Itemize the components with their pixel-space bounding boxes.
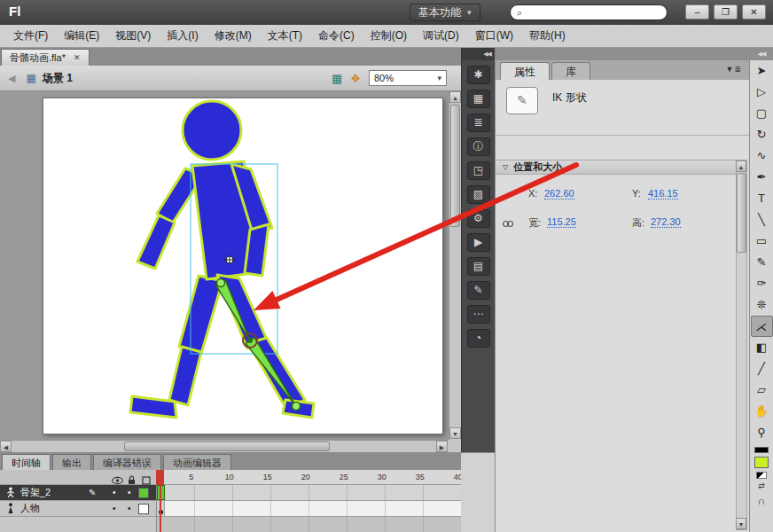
minimize-button[interactable]: – bbox=[685, 4, 709, 20]
layer-outline-color-swatch[interactable] bbox=[138, 504, 149, 514]
tab-library[interactable]: 库 bbox=[551, 62, 590, 80]
pencil-tool[interactable]: ✎ bbox=[751, 252, 773, 273]
height-value[interactable]: 272.30 bbox=[651, 216, 681, 228]
color-panel-icon[interactable]: ✱ bbox=[467, 66, 490, 84]
menu-item-10[interactable]: 窗口(W) bbox=[467, 25, 521, 47]
line-tool[interactable]: ╲ bbox=[751, 209, 773, 231]
menu-item-2[interactable]: 编辑(E) bbox=[56, 25, 107, 47]
close-button[interactable]: ✕ bbox=[742, 4, 766, 20]
stage-pasteboard[interactable] bbox=[0, 91, 449, 440]
library-dock-icon[interactable]: ◔ bbox=[467, 329, 490, 348]
layer-row-2[interactable]: 人物•• bbox=[0, 501, 156, 517]
x-value[interactable]: 262.60 bbox=[544, 188, 574, 200]
scroll-down-icon[interactable]: ▼ bbox=[449, 427, 461, 439]
menu-item-5[interactable]: 修改(M) bbox=[207, 25, 260, 47]
layer-lock-dot[interactable]: • bbox=[128, 504, 131, 513]
layer-visibility-dot[interactable]: • bbox=[113, 488, 116, 497]
frames-area[interactable] bbox=[156, 485, 461, 532]
transform-panel-icon[interactable]: ◳ bbox=[467, 161, 490, 180]
frame-ruler[interactable]: 510152025303540 bbox=[156, 470, 461, 485]
walking-figure[interactable] bbox=[130, 101, 314, 418]
deco-tool[interactable]: ❊ bbox=[751, 294, 773, 316]
stage-horizontal-scrollbar[interactable]: ◀ ▶ bbox=[0, 440, 449, 452]
brush-tool[interactable]: ✑ bbox=[751, 273, 773, 294]
menu-item-8[interactable]: 控制(O) bbox=[363, 25, 415, 47]
search-box[interactable]: ⌕ bbox=[510, 4, 668, 20]
search-input[interactable] bbox=[527, 6, 660, 19]
info-panel-icon[interactable]: ⓘ bbox=[467, 137, 490, 156]
eraser-tool[interactable]: ▱ bbox=[751, 379, 773, 401]
maximize-button[interactable]: ❐ bbox=[714, 4, 738, 20]
layer-lock-dot[interactable]: • bbox=[128, 488, 131, 497]
lasso-tool[interactable]: ∿ bbox=[751, 145, 773, 167]
align-panel-icon[interactable]: ≣ bbox=[467, 113, 490, 132]
tools-collapse-button[interactable]: ◀◀ bbox=[750, 48, 773, 60]
text-tool[interactable]: T bbox=[751, 188, 773, 209]
close-tab-icon[interactable]: ✕ bbox=[74, 53, 81, 62]
menu-item-1[interactable]: 文件(F) bbox=[5, 25, 56, 47]
paint-bucket-tool[interactable]: ◧ bbox=[751, 337, 773, 358]
menu-item-7[interactable]: 命令(C) bbox=[310, 25, 363, 47]
frame-strip-2[interactable] bbox=[157, 501, 461, 517]
panel-drag-header[interactable] bbox=[496, 48, 749, 60]
subselection-tool[interactable]: ▷ bbox=[751, 82, 773, 103]
tab-properties[interactable]: 属性 bbox=[500, 62, 550, 80]
width-value[interactable]: 115.25 bbox=[547, 216, 576, 228]
scroll-right-icon[interactable]: ▶ bbox=[436, 441, 448, 452]
project-panel-icon[interactable]: ▤ bbox=[467, 257, 490, 276]
actions-panel-icon[interactable]: ⋯ bbox=[467, 305, 490, 324]
default-colors-icon[interactable] bbox=[756, 472, 767, 479]
edit-scene-icon[interactable]: ▦ bbox=[332, 72, 342, 85]
rectangle-tool[interactable]: ▭ bbox=[751, 231, 773, 252]
scroll-left-icon[interactable]: ◀ bbox=[0, 441, 12, 452]
timeline-tab-1[interactable]: 时间轴 bbox=[2, 454, 51, 470]
swap-colors-icon[interactable]: ⇄ bbox=[758, 482, 765, 489]
playhead-marker[interactable] bbox=[156, 470, 164, 485]
document-tab[interactable]: 骨骼动画.fla* ✕ bbox=[1, 49, 90, 66]
menu-item-11[interactable]: 帮助(H) bbox=[521, 25, 574, 47]
timeline-tab-2[interactable]: 输出 bbox=[52, 454, 91, 470]
scroll-up-icon[interactable]: ▲ bbox=[449, 91, 461, 103]
scroll-up-icon[interactable]: ▲ bbox=[736, 160, 746, 172]
history-panel-icon[interactable]: ✎ bbox=[467, 281, 490, 300]
selection-tool[interactable]: ➤ bbox=[751, 60, 773, 82]
free-transform-tool[interactable]: ▢ bbox=[751, 103, 773, 124]
constrain-link-icon[interactable] bbox=[502, 215, 514, 231]
components-panel-icon[interactable]: ⚙ bbox=[467, 209, 490, 228]
panel-menu-icon[interactable]: ▼≣ bbox=[726, 65, 742, 74]
motion-presets-panel-icon[interactable]: ▶ bbox=[467, 233, 490, 252]
menu-item-4[interactable]: 插入(I) bbox=[159, 25, 206, 47]
scroll-down-icon[interactable]: ▼ bbox=[736, 518, 746, 529]
menu-item-6[interactable]: 文本(T) bbox=[260, 25, 310, 47]
properties-scrollbar[interactable]: ▲ ▼ bbox=[736, 160, 747, 530]
back-arrow-icon[interactable]: ◀ bbox=[8, 73, 15, 84]
snap-to-objects-icon[interactable]: ∩ bbox=[751, 493, 773, 509]
horizontal-scroll-thumb[interactable] bbox=[124, 442, 330, 451]
bone-tool[interactable]: ⋌ bbox=[751, 316, 773, 337]
vertical-scroll-thumb[interactable] bbox=[450, 105, 460, 227]
layer-outline-color-swatch[interactable] bbox=[138, 488, 149, 498]
edit-symbol-icon[interactable]: ❖ bbox=[350, 72, 361, 85]
layer-visibility-dot[interactable]: • bbox=[113, 504, 116, 513]
eyedropper-tool[interactable]: ╱ bbox=[751, 358, 773, 379]
properties-scroll-thumb[interactable] bbox=[737, 173, 746, 253]
code-snippets-panel-icon[interactable]: ▧ bbox=[467, 185, 490, 204]
zoom-dropdown[interactable]: 80% ▾ bbox=[369, 70, 447, 86]
scene-name[interactable]: 场景 1 bbox=[43, 71, 73, 86]
zoom-tool[interactable]: ⚲ bbox=[751, 422, 773, 443]
y-value[interactable]: 416.15 bbox=[648, 188, 678, 200]
timeline-tab-3[interactable]: 编译器错误 bbox=[93, 454, 161, 470]
pen-tool[interactable]: ✒ bbox=[751, 167, 773, 188]
fill-color-chip[interactable] bbox=[754, 457, 769, 468]
stroke-color-chip[interactable] bbox=[754, 447, 769, 453]
frame-strip-empty[interactable] bbox=[157, 517, 461, 532]
frame-strip-1[interactable] bbox=[157, 485, 461, 501]
menu-item-3[interactable]: 视图(V) bbox=[107, 25, 159, 47]
swatches-panel-icon[interactable]: ▦ bbox=[467, 90, 490, 108]
stage-canvas[interactable] bbox=[43, 98, 443, 434]
workspace-switcher-button[interactable]: 基本功能 ▾ bbox=[410, 4, 480, 21]
menu-item-9[interactable]: 调试(D) bbox=[415, 25, 467, 47]
timeline-tab-4[interactable]: 动画编辑器 bbox=[163, 454, 231, 470]
stage-vertical-scrollbar[interactable]: ▲ ▼ bbox=[449, 91, 461, 440]
3d-rotation-tool[interactable]: ↻ bbox=[751, 124, 773, 145]
